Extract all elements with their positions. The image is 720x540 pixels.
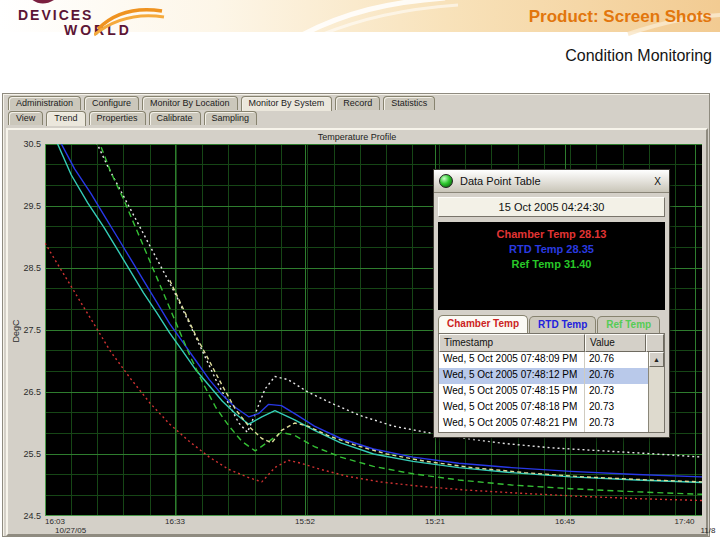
data-table: Timestamp Value Wed, 5 Oct 2005 07:48:09… — [438, 333, 665, 433]
status-led-icon — [439, 174, 453, 188]
table-row[interactable]: Wed, 5 Oct 2005 07:48:18 PM20.73 — [439, 400, 648, 416]
column-header-value[interactable]: Value — [585, 334, 646, 352]
scroll-up-icon[interactable]: ▲ — [649, 352, 664, 367]
main-tab-statistics[interactable]: Statistics — [383, 96, 435, 110]
main-tab-administration[interactable]: Administration — [8, 96, 81, 110]
sub-tab-sampling[interactable]: Sampling — [204, 111, 258, 125]
table-row[interactable]: Wed, 5 Oct 2005 07:48:21 PM20.73 — [439, 416, 648, 432]
x-tick-label: 16:33 — [165, 518, 185, 526]
y-tick-label: 24.5 — [10, 511, 41, 521]
y-tick-label: 29.5 — [10, 201, 41, 211]
readout-ref-temp: Ref Temp 31.40 — [438, 257, 665, 272]
x-tick-label: 16:45 — [555, 518, 575, 526]
vertical-scrollbar[interactable]: ▲ — [648, 352, 664, 432]
slide: DEVICES WORLD Product: Screen Shots Cond… — [0, 0, 720, 540]
sub-tab-bar: ViewTrendPropertiesCalibrateSampling — [8, 111, 260, 126]
table-row[interactable]: Wed, 5 Oct 2005 07:48:09 PM20.76 — [439, 352, 648, 368]
y-tick-label: 28.5 — [10, 263, 41, 273]
cell-value: 20.73 — [585, 400, 648, 416]
cell-value: 20.76 — [585, 368, 648, 384]
column-header-timestamp[interactable]: Timestamp — [439, 334, 585, 352]
popup-tab-bar: Chamber TempRTD TempRef Temp — [438, 315, 665, 333]
logo-swoosh-icon — [94, 3, 166, 39]
popup-titlebar[interactable]: Data Point Table X — [434, 170, 669, 193]
popup-tab-rtd-temp[interactable]: RTD Temp — [529, 316, 596, 333]
column-header-spacer — [646, 334, 664, 352]
x-tick-label: 15:52 — [295, 518, 315, 526]
x-tick-label: 15:21 — [425, 518, 445, 526]
cell-timestamp: Wed, 5 Oct 2005 07:48:15 PM — [439, 384, 585, 400]
page-title: Product: Screen Shots — [529, 7, 712, 27]
close-icon[interactable]: X — [651, 176, 664, 187]
x-axis-ticks: 16:0310/27/0516:3315:5215:2116:4517:4011… — [45, 518, 705, 536]
datetime-field: 15 Oct 2005 04:24:30 — [438, 197, 665, 217]
main-tab-record[interactable]: Record — [335, 96, 380, 110]
table-header: Timestamp Value — [439, 334, 664, 352]
cell-value: 20.73 — [585, 384, 648, 400]
logo: DEVICES WORLD — [18, 7, 198, 41]
cell-value: 20.73 — [585, 416, 648, 432]
cell-timestamp: Wed, 5 Oct 2005 07:48:18 PM — [439, 400, 585, 416]
x-tick-label: 16:0310/27/05 — [45, 518, 86, 535]
app-window: AdministrationConfigureMonitor By Locati… — [2, 93, 710, 537]
sub-tab-view[interactable]: View — [8, 111, 43, 125]
main-tab-bar: AdministrationConfigureMonitor By Locati… — [8, 96, 438, 111]
popup-tab-ref-temp[interactable]: Ref Temp — [597, 316, 660, 333]
popup-title: Data Point Table — [460, 175, 644, 187]
sub-tab-trend[interactable]: Trend — [46, 111, 85, 126]
table-row[interactable]: Wed, 5 Oct 2005 07:48:15 PM20.73 — [439, 384, 648, 400]
page-subtitle: Condition Monitoring — [565, 47, 712, 65]
y-tick-label: 25.5 — [10, 449, 41, 459]
table-row[interactable]: Wed, 5 Oct 2005 07:48:12 PM20.76 — [439, 368, 648, 384]
y-tick-label: 27.5 — [10, 325, 41, 335]
cell-timestamp: Wed, 5 Oct 2005 07:48:21 PM — [439, 416, 585, 432]
sub-tab-calibrate[interactable]: Calibrate — [149, 111, 201, 125]
readout-rtd-temp: RTD Temp 28.35 — [438, 242, 665, 257]
x-tick-label: 17:4011/8 — [675, 518, 716, 535]
sub-tab-properties[interactable]: Properties — [89, 111, 146, 125]
table-body: Wed, 5 Oct 2005 07:48:09 PM20.76Wed, 5 O… — [439, 352, 648, 432]
readout-panel: Chamber Temp 28.13RTD Temp 28.35Ref Temp… — [438, 222, 665, 310]
main-tab-configure[interactable]: Configure — [84, 96, 139, 110]
cell-value: 20.76 — [585, 352, 648, 368]
main-tab-monitor-by-location[interactable]: Monitor By Location — [142, 96, 238, 110]
y-tick-label: 26.5 — [10, 387, 41, 397]
readout-chamber-temp: Chamber Temp 28.13 — [438, 227, 665, 242]
popup-tab-chamber-temp[interactable]: Chamber Temp — [438, 315, 528, 333]
main-tab-monitor-by-system[interactable]: Monitor By System — [241, 96, 333, 111]
chart-title: Temperature Profile — [8, 132, 706, 142]
cell-timestamp: Wed, 5 Oct 2005 07:48:09 PM — [439, 352, 585, 368]
data-point-table-window: Data Point Table X 15 Oct 2005 04:24:30 … — [433, 169, 670, 438]
cell-timestamp: Wed, 5 Oct 2005 07:48:12 PM — [439, 368, 585, 384]
y-tick-label: 30.5 — [10, 139, 41, 149]
